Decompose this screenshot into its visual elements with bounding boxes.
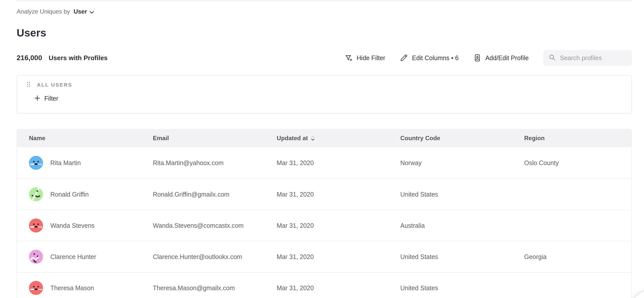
user-country-code: United States <box>400 253 438 260</box>
user-email: Theresa.Mason@gmailx.com <box>153 284 235 291</box>
column-header-label: Updated at <box>277 135 308 142</box>
column-header-country-code[interactable]: Country Code <box>400 135 524 142</box>
analyze-uniques-label: Analyze Uniques by <box>17 8 70 15</box>
toolbar: Hide Filter Edit Columns • 6 <box>345 50 632 66</box>
table-row[interactable]: Clarence Hunter Clarence.Hunter@outlookx… <box>17 241 631 272</box>
user-email: Ronald.Griffin@gmailx.com <box>153 191 229 198</box>
table-row[interactable]: Ronald Griffin Ronald.Griffin@gmailx.com… <box>17 178 631 210</box>
user-name: Clarence Hunter <box>50 253 96 260</box>
avatar <box>29 187 43 201</box>
user-country-code: United States <box>400 191 438 198</box>
page-title: Users <box>17 27 632 39</box>
column-header-updated-at[interactable]: Updated at <box>277 135 400 142</box>
user-region: Georgia <box>524 253 547 260</box>
user-name: Rita Martin <box>50 159 81 167</box>
filter-group-label: ALL USERS <box>37 82 72 88</box>
search-profiles-box <box>543 50 632 66</box>
analyze-uniques-row: Analyze Uniques by User <box>17 0 632 15</box>
filter-card: ALL USERS Filter <box>17 75 632 114</box>
user-email: Clarence.Hunter@outlookx.com <box>153 253 242 260</box>
user-email: Rita.Martin@yahoox.com <box>153 159 224 166</box>
filter-group-row: ALL USERS <box>27 82 631 88</box>
user-updated-at: Mar 31, 2020 <box>277 191 314 198</box>
column-header-region[interactable]: Region <box>524 135 631 142</box>
add-edit-profile-label: Add/Edit Profile <box>485 54 529 62</box>
search-profiles-input[interactable] <box>560 54 641 62</box>
analyze-uniques-value: User <box>74 8 87 15</box>
column-header-email[interactable]: Email <box>153 135 277 142</box>
user-name: Ronald Griffin <box>50 191 89 198</box>
table-row[interactable]: Wanda Stevens Wanda.Stevens@comcastx.com… <box>17 210 631 241</box>
add-edit-profile-button[interactable]: Add/Edit Profile <box>473 54 529 62</box>
table-row[interactable]: Rita Martin Rita.Martin@yahoox.com Mar 3… <box>17 147 631 178</box>
user-region: Oslo County <box>524 159 559 166</box>
hide-filter-button[interactable]: Hide Filter <box>345 54 385 62</box>
profile-count: 216,000 Users with Profiles <box>17 54 108 62</box>
column-header-label: Country Code <box>400 135 440 142</box>
user-updated-at: Mar 31, 2020 <box>277 284 314 291</box>
avatar <box>29 281 43 295</box>
users-table: NameEmailUpdated atCountry CodeRegion <box>17 129 632 298</box>
profile-count-label: Users with Profiles <box>49 54 108 62</box>
stats-toolbar: 216,000 Users with Profiles Hide Filter <box>17 50 632 66</box>
user-updated-at: Mar 31, 2020 <box>277 222 314 229</box>
user-email: Wanda.Stevens@comcastx.com <box>153 222 244 229</box>
add-filter-button[interactable]: Filter <box>34 95 58 102</box>
hide-filter-label: Hide Filter <box>357 54 385 62</box>
avatar <box>29 156 43 170</box>
user-country-code: United States <box>400 284 438 291</box>
avatar <box>29 250 43 264</box>
edit-columns-button[interactable]: Edit Columns • 6 <box>400 54 458 62</box>
profile-badge-icon <box>473 54 481 62</box>
table-row[interactable]: Theresa Mason Theresa.Mason@gmailx.com M… <box>17 272 631 298</box>
profile-count-value: 216,000 <box>17 54 42 62</box>
plus-icon <box>34 95 40 102</box>
filter-funnel-icon <box>345 54 353 62</box>
column-header-name[interactable]: Name <box>17 135 153 142</box>
sort-icon <box>311 135 315 141</box>
column-header-label: Name <box>29 135 45 142</box>
user-name: Theresa Mason <box>50 284 94 292</box>
user-country-code: Australia <box>400 222 425 229</box>
column-header-label: Email <box>153 135 169 142</box>
pencil-icon <box>400 54 408 62</box>
chevron-down-icon <box>90 8 94 15</box>
add-filter-label: Filter <box>44 95 58 102</box>
drag-handle-icon[interactable] <box>27 82 30 88</box>
avatar <box>29 218 43 233</box>
edit-columns-label: Edit Columns • 6 <box>412 54 458 62</box>
search-icon <box>548 54 556 62</box>
table-header-row: NameEmailUpdated atCountry CodeRegion <box>17 129 631 147</box>
user-updated-at: Mar 31, 2020 <box>277 253 314 260</box>
user-name: Wanda Stevens <box>50 222 95 229</box>
user-updated-at: Mar 31, 2020 <box>277 159 314 166</box>
users-page: Analyze Uniques by User Users 216,000 Us… <box>0 0 644 298</box>
user-country-code: Norway <box>400 159 422 166</box>
analyze-uniques-dropdown[interactable]: User <box>74 8 94 15</box>
column-header-label: Region <box>524 135 545 142</box>
table-body: Rita Martin Rita.Martin@yahoox.com Mar 3… <box>17 147 631 298</box>
